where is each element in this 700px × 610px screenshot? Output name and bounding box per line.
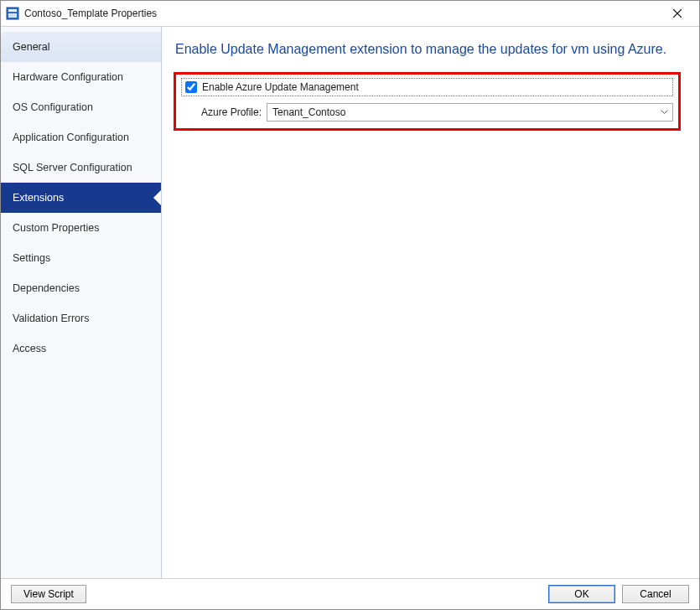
sidebar: General Hardware Configuration OS Config… — [1, 27, 162, 578]
sidebar-item-hardware-configuration[interactable]: Hardware Configuration — [1, 62, 161, 92]
window-title: Contoso_Template Properties — [24, 8, 661, 19]
azure-profile-label: Azure Profile: — [201, 106, 262, 118]
sidebar-item-label: SQL Server Configuration — [13, 162, 132, 173]
callout-highlight: Enable Azure Update Management Azure Pro… — [174, 72, 681, 131]
sidebar-item-os-configuration[interactable]: OS Configuration — [1, 92, 161, 122]
azure-profile-select[interactable]: Tenant_Contoso — [267, 103, 673, 121]
enable-update-management-row[interactable]: Enable Azure Update Management — [181, 78, 673, 96]
svg-rect-2 — [8, 13, 17, 18]
dialog-body: General Hardware Configuration OS Config… — [1, 27, 699, 578]
chevron-down-icon — [661, 110, 668, 115]
sidebar-item-access[interactable]: Access — [1, 333, 161, 364]
titlebar: Contoso_Template Properties — [1, 1, 699, 27]
sidebar-item-label: Application Configuration — [13, 132, 129, 143]
ok-button[interactable]: OK — [548, 585, 615, 603]
sidebar-item-label: Settings — [13, 252, 50, 264]
sidebar-item-label: Custom Properties — [13, 222, 100, 234]
sidebar-item-label: Extensions — [13, 192, 64, 204]
sidebar-item-validation-errors[interactable]: Validation Errors — [1, 303, 161, 333]
sidebar-item-general[interactable]: General — [1, 32, 161, 62]
dialog-footer: View Script OK Cancel — [1, 578, 699, 609]
sidebar-item-extensions[interactable]: Extensions — [1, 183, 161, 213]
sidebar-item-sql-server-configuration[interactable]: SQL Server Configuration — [1, 152, 161, 183]
sidebar-item-label: Dependencies — [13, 282, 80, 294]
app-icon — [6, 7, 19, 20]
close-icon — [673, 9, 682, 18]
azure-profile-row: Azure Profile: Tenant_Contoso — [181, 103, 673, 121]
content-pane: Enable Update Management extension to ma… — [162, 27, 699, 578]
svg-rect-1 — [8, 9, 17, 12]
sidebar-item-settings[interactable]: Settings — [1, 243, 161, 273]
sidebar-item-label: Access — [13, 343, 46, 354]
sidebar-item-application-configuration[interactable]: Application Configuration — [1, 122, 161, 152]
properties-dialog: Contoso_Template Properties General Hard… — [0, 0, 700, 610]
sidebar-item-label: Validation Errors — [13, 313, 89, 324]
azure-profile-value: Tenant_Contoso — [272, 106, 345, 118]
sidebar-item-label: Hardware Configuration — [13, 71, 123, 83]
sidebar-item-custom-properties[interactable]: Custom Properties — [1, 213, 161, 243]
view-script-button[interactable]: View Script — [11, 585, 86, 603]
page-heading: Enable Update Management extension to ma… — [175, 42, 681, 57]
close-button[interactable] — [661, 1, 694, 26]
sidebar-item-dependencies[interactable]: Dependencies — [1, 273, 161, 303]
cancel-button[interactable]: Cancel — [622, 585, 689, 603]
enable-update-management-checkbox[interactable] — [185, 81, 197, 93]
sidebar-item-label: OS Configuration — [13, 101, 93, 113]
sidebar-item-label: General — [13, 41, 49, 53]
enable-update-management-label: Enable Azure Update Management — [202, 81, 359, 93]
